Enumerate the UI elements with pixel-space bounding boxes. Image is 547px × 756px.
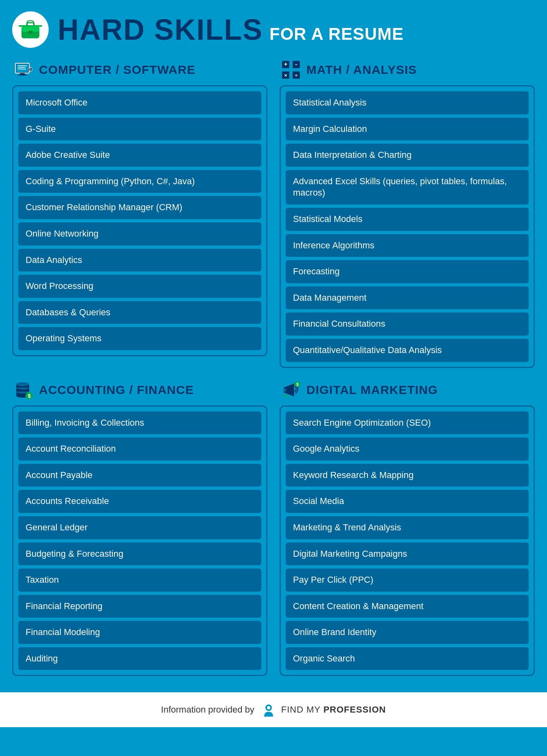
section-math: + − × ÷ MATH / ANALYSIS Statistical Anal…: [280, 60, 535, 368]
list-item: Keyword Research & Mapping: [286, 464, 529, 487]
sections-grid: COMPUTER / SOFTWARE Microsoft Office G-S…: [12, 60, 535, 676]
svg-text:$: $: [28, 393, 31, 399]
findmyprofession-icon: [260, 701, 277, 718]
list-item: Account Payable: [18, 464, 261, 487]
list-item: Accounts Receivable: [18, 490, 261, 513]
math-skills-list: Statistical Analysis Margin Calculation …: [280, 85, 535, 368]
math-icon: + − × ÷: [281, 60, 301, 80]
header-title: HARD SKILLS FOR A RESUME: [58, 15, 404, 44]
svg-point-37: [284, 394, 286, 397]
footer-logo: FIND MY PROFESSION: [260, 701, 386, 718]
list-item: Statistical Analysis: [286, 91, 529, 114]
list-item: Google Analytics: [286, 437, 529, 461]
list-item: Data Analytics: [18, 249, 261, 272]
computer-skills-list: Microsoft Office G-Suite Adobe Creative …: [12, 85, 267, 356]
list-item: Social Media: [286, 490, 529, 513]
section-computer-header: COMPUTER / SOFTWARE: [12, 60, 267, 80]
svg-rect-4: [19, 25, 42, 27]
svg-text:−: −: [295, 62, 297, 67]
accounting-icon: $: [14, 380, 33, 400]
list-item: Advanced Excel Skills (queries, pivot ta…: [286, 170, 529, 205]
footer-text: Information provided by: [161, 704, 254, 715]
section-marketing-title: DIGITAL MARKETING: [306, 383, 438, 397]
title-main: HARD SKILLS: [58, 15, 263, 44]
list-item: Marketing & Trend Analysis: [286, 516, 529, 539]
accounting-skills-list: Billing, Invoicing & Collections Account…: [12, 405, 267, 676]
list-item: Databases & Queries: [18, 301, 261, 324]
list-item: Financial Consultations: [286, 312, 529, 336]
main-content: COMPUTER / SOFTWARE Microsoft Office G-S…: [0, 56, 547, 688]
section-math-header: + − × ÷ MATH / ANALYSIS: [280, 60, 535, 80]
footer-logo-text: FIND MY PROFESSION: [281, 704, 386, 715]
list-item: Online Brand Identity: [286, 621, 529, 644]
page-footer: Information provided by FIND MY PROFESSI…: [0, 692, 547, 727]
svg-rect-10: [16, 64, 28, 72]
marketing-skills-list: Search Engine Optimization (SEO) Google …: [280, 405, 535, 676]
header-icon: [12, 11, 49, 48]
list-item: Budgeting & Forecasting: [18, 543, 261, 566]
list-item: Digital Marketing Campaigns: [286, 543, 529, 566]
svg-rect-36: [284, 388, 286, 392]
computer-icon: [14, 60, 33, 80]
svg-point-42: [267, 706, 270, 709]
svg-point-38: [288, 396, 289, 398]
title-sub: FOR A RESUME: [269, 24, 404, 44]
list-item: Quantitative/Qualitative Data Analysis: [286, 339, 529, 362]
list-item: Coding & Programming (Python, C#, Java): [18, 170, 261, 193]
section-accounting-title: ACCOUNTING / FINANCE: [39, 383, 194, 397]
svg-rect-14: [20, 73, 25, 75]
svg-rect-8: [29, 32, 32, 32]
section-computer: COMPUTER / SOFTWARE Microsoft Office G-S…: [12, 60, 267, 368]
section-marketing-header: $ DIGITAL MARKETING: [280, 380, 535, 400]
list-item: General Ledger: [18, 516, 261, 539]
list-item: Word Processing: [18, 275, 261, 298]
svg-text:÷: ÷: [295, 73, 298, 78]
list-item: Customer Relationship Manager (CRM): [18, 196, 261, 219]
list-item: Account Reconciliation: [18, 437, 261, 461]
svg-text:$: $: [296, 382, 299, 387]
section-marketing: $ DIGITAL MARKETING Search Engine Optimi…: [280, 380, 535, 676]
list-item: Adobe Creative Suite: [18, 144, 261, 167]
list-item: Pay Per Click (PPC): [286, 569, 529, 592]
list-item: Billing, Invoicing & Collections: [18, 411, 261, 435]
list-item: Online Networking: [18, 222, 261, 246]
list-item: Data Interpretation & Charting: [286, 144, 529, 167]
list-item: Organic Search: [286, 647, 529, 670]
svg-text:×: ×: [284, 73, 287, 78]
list-item: Inference Algorithms: [286, 234, 529, 257]
list-item: Content Creation & Management: [286, 595, 529, 618]
list-item: Data Management: [286, 286, 529, 310]
section-math-title: MATH / ANALYSIS: [306, 63, 417, 77]
page-header: HARD SKILLS FOR A RESUME: [0, 0, 547, 56]
svg-point-32: [16, 382, 29, 386]
marketing-icon: $: [281, 380, 301, 400]
svg-rect-15: [18, 75, 27, 75]
section-accounting: $ ACCOUNTING / FINANCE Billing, Invoicin…: [12, 380, 267, 676]
section-accounting-header: $ ACCOUNTING / FINANCE: [12, 380, 267, 400]
list-item: Forecasting: [286, 260, 529, 283]
list-item: Taxation: [18, 569, 261, 592]
section-computer-title: COMPUTER / SOFTWARE: [39, 63, 196, 77]
briefcase-icon: [19, 18, 42, 41]
list-item: Financial Modeling: [18, 621, 261, 644]
list-item: Margin Calculation: [286, 118, 529, 141]
list-item: Operating Systems: [18, 327, 261, 350]
list-item: Financial Reporting: [18, 595, 261, 618]
list-item: Statistical Models: [286, 208, 529, 231]
list-item: Auditing: [18, 647, 261, 670]
list-item: Microsoft Office: [18, 91, 261, 114]
svg-text:+: +: [284, 61, 287, 67]
list-item: Search Engine Optimization (SEO): [286, 411, 529, 435]
list-item: G-Suite: [18, 118, 261, 141]
